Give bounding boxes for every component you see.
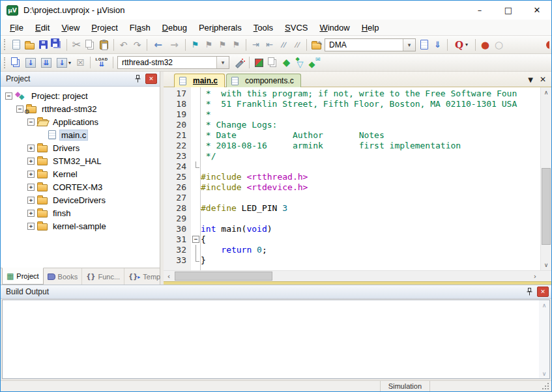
scrollbar-thumb[interactable] xyxy=(542,168,551,245)
code-line-19[interactable]: 19 * xyxy=(164,109,540,120)
code-line-21[interactable]: 21 * Date Author Notes xyxy=(164,130,540,141)
manage-project-items-button[interactable] xyxy=(252,55,266,70)
open-file-button[interactable] xyxy=(23,38,36,52)
pack-installer-button[interactable]: ◆ ✉ xyxy=(307,55,321,70)
minimize-button[interactable]: – xyxy=(465,1,494,20)
vertical-scrollbar[interactable]: ∧ ∨ xyxy=(540,87,551,270)
scroll-down-button[interactable]: ∨ xyxy=(541,260,551,270)
cut-button[interactable]: ✂ xyxy=(70,38,83,52)
toolbar-grip[interactable] xyxy=(4,39,7,50)
collapse-icon[interactable]: − xyxy=(16,105,23,113)
tab-list-button[interactable]: ▼ xyxy=(528,76,533,83)
code-editor[interactable]: 17 * with this program; if not, write to… xyxy=(164,87,551,270)
code-line-33[interactable]: 33} xyxy=(164,255,540,266)
menu-file[interactable]: File xyxy=(4,21,29,35)
tree-item-devicedrivers[interactable]: +DeviceDrivers xyxy=(1,193,160,206)
menu-help[interactable]: Help xyxy=(356,21,385,35)
navigate-back-button[interactable]: ← xyxy=(150,38,166,52)
code-line-17[interactable]: 17 * with this program; if not, write to… xyxy=(164,89,540,99)
scroll-right-button[interactable]: › xyxy=(530,271,540,281)
scroll-left-button[interactable]: ‹ xyxy=(164,271,174,281)
clipped-toolbar-button[interactable] xyxy=(546,40,549,49)
menu-flash[interactable]: Flash xyxy=(124,21,156,35)
scroll-up-button[interactable]: ∧ xyxy=(539,300,549,310)
code-line-26[interactable]: 26#include <rtdevice.h> xyxy=(164,182,540,193)
incremental-find-button[interactable]: ⇓ xyxy=(431,38,444,52)
copy-button[interactable] xyxy=(83,38,97,52)
undo-button[interactable]: ↶ xyxy=(117,38,130,52)
disable-breakpoint-button[interactable]: ○ xyxy=(492,38,506,52)
tab-books[interactable]: Books xyxy=(44,268,83,285)
manage-rte-button[interactable]: ◆ xyxy=(280,55,293,70)
menu-view[interactable]: View xyxy=(55,21,85,35)
resize-grip[interactable] xyxy=(541,382,550,391)
menu-tools[interactable]: Tools xyxy=(248,21,279,35)
manage-books-button[interactable] xyxy=(266,55,280,70)
scroll-up-button[interactable]: ∧ xyxy=(541,87,551,98)
close-panel-button[interactable]: ✕ xyxy=(145,74,157,84)
toolbar-grip[interactable] xyxy=(4,57,7,68)
configure-find-button[interactable]: ✎ xyxy=(310,38,323,52)
tree-item-finsh[interactable]: +finsh xyxy=(1,206,160,219)
code-line-23[interactable]: 23 */ xyxy=(164,151,540,161)
tree-item-kernel-sample[interactable]: +kernel-sample xyxy=(1,219,160,232)
download-button[interactable]: LOAD ⇊ xyxy=(93,55,110,70)
uncomment-button[interactable]: // xyxy=(290,38,304,52)
insert-bookmark-button[interactable]: ⚑ xyxy=(188,38,202,52)
tab-functions[interactable]: {} Func... xyxy=(82,268,124,285)
menu-edit[interactable]: Edit xyxy=(29,21,55,35)
menu-peripherals[interactable]: Peripherals xyxy=(193,21,248,35)
expand-icon[interactable]: + xyxy=(27,197,35,204)
tree-item-project-project[interactable]: −Project: project xyxy=(1,89,160,102)
code-line-28[interactable]: 28#define LED_PIN 3 xyxy=(164,203,540,214)
code-line-30[interactable]: 30int main(void) xyxy=(164,224,540,234)
scroll-down-button[interactable]: ∨ xyxy=(539,369,549,378)
clear-bookmarks-button[interactable]: ⚑ xyxy=(229,38,243,52)
close-panel-button[interactable]: ✕ xyxy=(537,287,549,297)
tab-components-c[interactable]: components.c xyxy=(226,74,301,87)
vertical-scrollbar[interactable]: ∧ ∨ xyxy=(539,300,549,378)
fold-collapse-icon[interactable]: − xyxy=(192,236,199,243)
menu-svcs[interactable]: SVCS xyxy=(279,21,313,35)
target-combobox[interactable]: rtthread-stm32 ▾ xyxy=(117,56,229,69)
code-line-31[interactable]: 31−{ xyxy=(164,234,540,245)
pin-panel-button[interactable] xyxy=(523,287,535,297)
expand-icon[interactable]: + xyxy=(27,223,35,230)
comment-button[interactable]: // xyxy=(276,38,290,52)
navigate-forward-button[interactable]: → xyxy=(166,38,182,52)
indent-button[interactable]: ⇥ xyxy=(249,38,263,52)
collapse-icon[interactable]: − xyxy=(27,119,35,126)
code-line-18[interactable]: 18 * 51 Franklin Street, Fifth Floor, Bo… xyxy=(164,99,540,109)
title-bar[interactable]: µV D:\project.uvprojx - µVision – □ ✕ xyxy=(1,1,551,20)
horizontal-scrollbar[interactable]: ‹ › xyxy=(164,270,551,281)
tree-item-cortex-m3[interactable]: +CORTEX-M3 xyxy=(1,180,160,193)
build-button[interactable]: ↓ xyxy=(23,55,38,70)
menu-window[interactable]: Window xyxy=(313,21,355,35)
translate-file-button[interactable] xyxy=(9,55,23,70)
debug-session-button[interactable]: Q ▾ xyxy=(450,38,472,52)
tree-item-stm32-hal[interactable]: +STM32_HAL xyxy=(1,154,160,167)
menu-project[interactable]: Project xyxy=(85,21,123,35)
code-line-25[interactable]: 25#include <rtthread.h> xyxy=(164,172,540,182)
expand-icon[interactable]: + xyxy=(27,184,35,191)
code-line-27[interactable]: 27 xyxy=(164,193,540,203)
expand-icon[interactable]: + xyxy=(27,158,35,165)
maximize-button[interactable]: □ xyxy=(494,1,523,20)
save-button[interactable] xyxy=(36,38,50,52)
tree-item-drivers[interactable]: +Drivers xyxy=(1,141,160,154)
close-tab-button[interactable]: ✕ xyxy=(540,75,546,84)
stop-build-button[interactable]: ☒ xyxy=(74,55,87,70)
expand-icon[interactable]: + xyxy=(27,145,35,152)
options-for-target-button[interactable] xyxy=(231,55,246,70)
collapse-icon[interactable]: − xyxy=(5,92,12,100)
paste-button[interactable] xyxy=(97,38,111,52)
prev-bookmark-button[interactable]: ⚑ xyxy=(202,38,216,52)
batch-build-button[interactable]: ↓ ▾ xyxy=(54,55,74,70)
expand-icon[interactable]: + xyxy=(27,171,35,178)
tree-item-main-c[interactable]: main.c xyxy=(1,128,160,141)
build-output-panel[interactable]: ∧ ∨ xyxy=(1,299,551,380)
save-all-button[interactable] xyxy=(50,38,64,52)
search-combobox[interactable]: DMA ▾ xyxy=(325,38,416,51)
target-combobox-dropdown[interactable]: ▾ xyxy=(216,57,229,68)
close-button[interactable]: ✕ xyxy=(523,1,551,20)
